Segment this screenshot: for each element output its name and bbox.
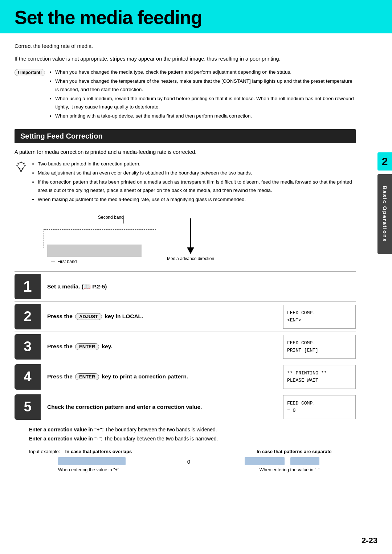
step-3-screen-line1: FEED COMP. — [287, 340, 352, 347]
step-5-screen-line2: = 0 — [287, 407, 352, 414]
chapter-number: 2 — [377, 152, 392, 171]
important-list: When you have changed the media type, ch… — [50, 68, 356, 121]
important-item-3: When using a roll medium, rewind the med… — [55, 95, 356, 111]
tip-box: Two bands are printed in the correction … — [15, 160, 356, 205]
second-band-line — [122, 216, 125, 223]
intro-line1: Correct the feeding rate of media. — [15, 42, 356, 50]
arrow-area: Media advance direction — [167, 211, 214, 261]
svg-line-5 — [24, 163, 25, 164]
first-band-box — [47, 245, 142, 257]
band-area: Second band — First band — [44, 222, 156, 257]
step-3-screen-line2: PRINT [ENT] — [287, 347, 352, 354]
step-3-number: 3 — [15, 334, 41, 360]
section-intro: A pattern for media correction is printe… — [15, 149, 356, 155]
tip-item-2: Make adjustment so that an even color de… — [38, 169, 356, 177]
col2-label: In case that patterns are separate — [257, 449, 332, 454]
second-band-label: Second band — [98, 215, 124, 220]
step5-line2: Enter a correction value in "-": The bou… — [29, 435, 341, 443]
step-5-text: Check the correction pattern and enter a… — [47, 404, 202, 410]
tip-item-3: If the correction pattern that has been … — [38, 178, 356, 195]
step-1-number: 1 — [15, 274, 41, 299]
col1-label: In case that patterns overlaps — [65, 449, 132, 454]
step-2-row: 2 Press the ADJUST key in LOCAL. FEED CO… — [15, 301, 356, 332]
step-4-text: Press the ENTER key to print a correctio… — [47, 373, 188, 380]
step-1-row: 1 Set a media. (📖 P.2-5) — [15, 271, 356, 301]
step-5-row: 5 Check the correction pattern and enter… — [15, 392, 356, 422]
band-example-overlap — [58, 457, 126, 465]
step-4-row: 4 Press the ENTER key to print a correct… — [15, 362, 356, 392]
sidebar-tab: Basic Operations — [377, 174, 392, 254]
important-badge: Important! — [15, 69, 45, 76]
band-separate-c — [245, 457, 285, 465]
step-2-text: Press the ADJUST key in LOCAL. — [47, 313, 143, 320]
arrow-head — [187, 247, 194, 254]
adjust-key: ADJUST — [75, 313, 102, 320]
step-3-screen: FEED COMP. PRINT [ENT] — [283, 335, 356, 359]
step-4-content: Press the ENTER key to print a correctio… — [41, 362, 283, 392]
input-example-label: Input example: In case that patterns ove… — [29, 449, 341, 454]
step-3-content: Press the ENTER key. — [41, 332, 283, 362]
step-1-text: Set a media. (📖 P.2-5) — [47, 283, 107, 290]
section-heading: Setting Feed Correction — [15, 129, 356, 143]
band-separate-d — [290, 457, 319, 465]
step-5-content: Check the correction pattern and enter a… — [41, 392, 283, 422]
arrow-label: Media advance direction — [167, 256, 214, 261]
band-overlap-b — [93, 457, 126, 465]
tip-item-1: Two bands are printed in the correction … — [38, 160, 356, 168]
step-2-screen-line1: FEED COMP. — [287, 309, 352, 317]
step-2-screen: FEED COMP. <ENT> — [283, 305, 356, 329]
step-1-content: Set a media. (📖 P.2-5) — [41, 272, 356, 301]
step-4-screen-line2: PLEASE WAIT — [287, 377, 352, 384]
important-item-2: When you have changed the temperature of… — [55, 77, 356, 94]
input-example: Input example: In case that patterns ove… — [15, 446, 356, 476]
intro-line2: If the correction value is not appropria… — [15, 55, 356, 63]
example-right: When entering the value in "-" — [190, 457, 341, 472]
example-left: When entering the value in "+" — [29, 457, 187, 472]
step-5-screen: FEED COMP. = 0 — [283, 395, 356, 419]
page-title: Set the media feeding — [15, 7, 377, 28]
steps-container: 1 Set a media. (📖 P.2-5) 2 Press the ADJ… — [15, 271, 356, 422]
tip-icon — [15, 161, 28, 174]
step-4-number: 4 — [15, 364, 41, 390]
important-box: Important! When you have changed the med… — [15, 68, 356, 121]
svg-line-4 — [17, 163, 18, 164]
step-4-screen-line1: ** PRINTING ** — [287, 370, 352, 377]
enter-key-3: ENTER — [75, 343, 99, 350]
caption-plus: When entering the value in "+" — [58, 467, 119, 472]
main-content: Correct the feeding rate of media. If th… — [0, 33, 370, 483]
step-3-row: 3 Press the ENTER key. FEED COMP. PRINT … — [15, 332, 356, 362]
step-2-number: 2 — [15, 304, 41, 329]
caption-minus: When entering the value in "-" — [260, 467, 319, 472]
step5-extra: Enter a correction value in "+": The bou… — [15, 422, 356, 446]
arrow-line — [190, 218, 191, 247]
step-5-screen-line1: FEED COMP. — [287, 400, 352, 407]
band-diagram: Second band — First band Media advance d… — [44, 211, 334, 261]
important-item-1: When you have changed the media type, ch… — [55, 68, 356, 77]
important-item-4: When printing with a take-up device, set… — [55, 112, 356, 120]
step-2-screen-line2: <ENT> — [287, 317, 352, 324]
first-band-label: — First band — [51, 259, 77, 264]
tip-list: Two bands are printed in the correction … — [33, 160, 356, 205]
step-3-text: Press the ENTER key. — [47, 343, 113, 350]
svg-point-0 — [18, 163, 24, 169]
center-zero: 0 — [187, 457, 190, 465]
step-2-content: Press the ADJUST key in LOCAL. — [41, 302, 283, 332]
step5-line1: Enter a correction value in "+": The bou… — [29, 426, 341, 434]
step-4-screen: ** PRINTING ** PLEASE WAIT — [283, 365, 356, 389]
page-header: Set the media feeding — [0, 0, 392, 33]
input-example-row: When entering the value in "+" 0 When en… — [29, 457, 341, 472]
tip-item-4: When making adjustment to the media-feed… — [38, 196, 356, 204]
sidebar-label: Basic Operations — [382, 186, 388, 242]
enter-key-4: ENTER — [75, 373, 99, 380]
step-5-number: 5 — [15, 394, 41, 420]
page-number: 2-23 — [362, 536, 377, 545]
band-example-separate — [245, 457, 319, 465]
